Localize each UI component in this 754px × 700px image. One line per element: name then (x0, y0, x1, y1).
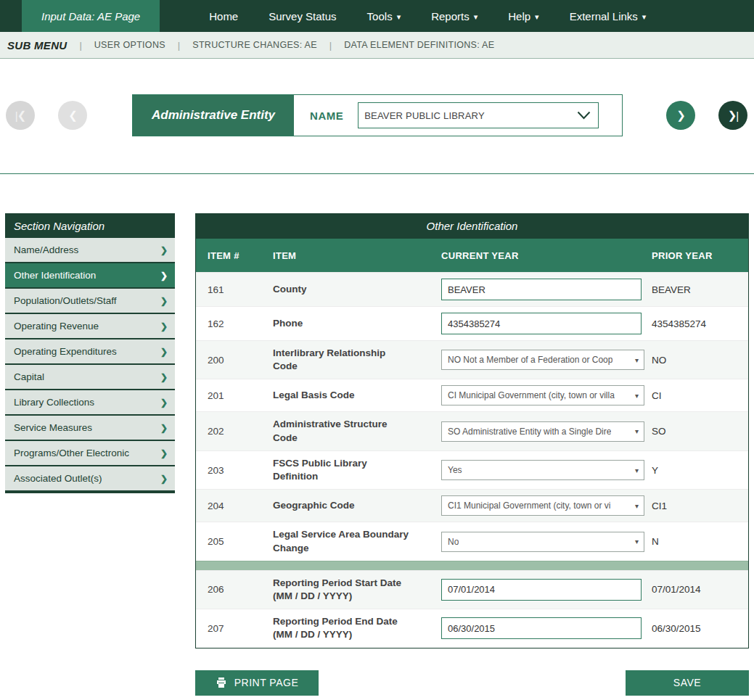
table-header-row: ITEM # ITEM CURRENT YEAR PRIOR YEAR (196, 239, 748, 272)
divider-pipe: | (329, 40, 332, 51)
sidebar-item-operating-expenditures[interactable]: Operating Expenditures ❯ (5, 339, 175, 365)
current-year-input-161[interactable] (441, 279, 642, 300)
print-page-label: PRINT PAGE (234, 677, 299, 688)
sidebar-item-other-identification[interactable]: Other Identification ❯ (5, 263, 175, 289)
sidebar-item-label: Population/Outlets/Staff (14, 295, 117, 306)
table-row: 204 Geographic Code CI1 Municipal Govern… (196, 489, 748, 522)
divider-pipe: | (178, 40, 180, 51)
previous-record-button[interactable]: ❮ (58, 101, 87, 130)
chevron-right-icon: ❯ (160, 448, 168, 458)
dropdown-arrow-icon: ▾ (635, 538, 639, 545)
item-number: 202 (196, 420, 261, 442)
item-label: Geographic Code (261, 493, 430, 518)
prior-year-value: 4354385274 (640, 313, 748, 335)
sidebar-item-operating-revenue[interactable]: Operating Revenue ❯ (5, 314, 175, 339)
prior-year-value: Y (640, 459, 748, 482)
nav-item-survey-status[interactable]: Survey Status (269, 10, 336, 22)
first-record-button[interactable]: |❮ (6, 101, 35, 130)
action-buttons-row: PRINT PAGE SAVE (195, 670, 749, 696)
top-navigation: Input Data: AE Page Home Survey Status T… (0, 0, 754, 32)
table-title: Other Identification (196, 214, 748, 239)
entity-name-value: BEAVER PUBLIC LIBRARY (364, 110, 485, 121)
chevron-right-icon: ❯ (160, 372, 168, 382)
nav-item-reports[interactable]: Reports ▾ (431, 10, 478, 22)
prior-year-value: CI (640, 384, 748, 407)
submenu-item-data-element-definitions[interactable]: DATA ELEMENT DEFINITIONS: AE (344, 40, 494, 50)
last-record-button[interactable]: ❯| (718, 101, 747, 130)
section-navigation: Section Navigation Name/Address ❯ Other … (5, 213, 175, 493)
save-button[interactable]: SAVE (626, 670, 749, 696)
nav-item-external-links[interactable]: External Links ▾ (570, 10, 647, 22)
item-label: Phone (261, 311, 430, 336)
prior-year-value: SO (640, 420, 748, 442)
table-row: 201 Legal Basis Code CI Municipal Govern… (196, 379, 748, 411)
current-year-select-202[interactable]: SO Administrative Entity with a Single D… (441, 421, 644, 442)
column-header-current-year: CURRENT YEAR (430, 250, 640, 261)
first-record-icon: |❮ (15, 109, 25, 122)
chevron-right-icon: ❯ (160, 245, 168, 255)
select-value: Yes (448, 465, 462, 475)
current-year-select-204[interactable]: CI1 Municipal Government (city, town or … (441, 495, 644, 516)
chevron-right-icon: ❯ (160, 271, 168, 281)
item-number: 205 (196, 530, 261, 553)
item-number: 161 (196, 279, 261, 301)
sidebar-item-associated-outlets[interactable]: Associated Outlet(s) ❯ (5, 466, 175, 492)
dropdown-arrow-icon: ▾ (635, 356, 639, 364)
chevron-right-icon: ❯ (160, 398, 168, 408)
horizontal-divider (0, 173, 754, 174)
entity-name-select[interactable]: BEAVER PUBLIC LIBRARY (358, 102, 599, 128)
chevron-right-icon: ❯ (160, 347, 168, 357)
current-year-select-203[interactable]: Yes ▾ (441, 460, 644, 480)
table-row: 203 FSCS Public Library Definition Yes ▾… (196, 450, 748, 489)
chevron-right-icon: ❯ (160, 474, 168, 484)
caret-down-icon: ▾ (474, 13, 478, 21)
column-header-item-number: ITEM # (196, 250, 261, 261)
table-column: Other Identification ITEM # ITEM CURRENT… (195, 213, 749, 696)
submenu-item-user-options[interactable]: USER OPTIONS (94, 40, 165, 50)
caret-down-icon: ▾ (535, 13, 539, 21)
select-value: CI1 Municipal Government (city, town or … (448, 501, 611, 511)
current-year-input-162[interactable] (441, 313, 642, 334)
sub-menu-bar: SUB MENU | USER OPTIONS | STRUCTURE CHAN… (0, 32, 754, 59)
submenu-item-structure-changes[interactable]: STRUCTURE CHANGES: AE (192, 40, 317, 50)
nav-item-tools[interactable]: Tools ▾ (367, 10, 401, 22)
item-label: Interlibrary Relationship Code (261, 341, 430, 379)
sidebar-item-library-collections[interactable]: Library Collections ❯ (5, 390, 175, 416)
next-record-button[interactable]: ❯ (666, 101, 695, 130)
nav-item-home[interactable]: Home (209, 10, 238, 22)
print-page-button[interactable]: PRINT PAGE (195, 670, 319, 696)
sidebar-item-name-address[interactable]: Name/Address ❯ (5, 238, 175, 263)
table-row: 205 Legal Service Area Boundary Change N… (196, 522, 748, 560)
sidebar-item-population-outlets-staff[interactable]: Population/Outlets/Staff ❯ (5, 289, 175, 314)
current-year-select-201[interactable]: CI Municipal Government (city, town or v… (441, 385, 644, 405)
item-label: FSCS Public Library Definition (261, 451, 430, 489)
sidebar-item-service-measures[interactable]: Service Measures ❯ (5, 416, 175, 441)
printer-icon (216, 677, 227, 688)
select-value: NO Not a Member of a Federation or Coop (448, 355, 612, 365)
current-year-select-205[interactable]: No ▾ (441, 532, 644, 552)
chevron-right-icon: ❯ (160, 296, 168, 306)
current-year-select-200[interactable]: NO Not a Member of a Federation or Coop … (441, 350, 644, 370)
current-year-input-206[interactable] (441, 579, 642, 601)
main-content: Section Navigation Name/Address ❯ Other … (5, 213, 749, 696)
item-number: 200 (196, 349, 261, 371)
nav-item-help[interactable]: Help ▾ (508, 10, 538, 22)
chevron-right-icon: ❯ (160, 423, 168, 433)
sidebar-item-capital[interactable]: Capital ❯ (5, 365, 175, 390)
divider-pipe: | (79, 40, 81, 51)
nav-item-label: Tools (367, 10, 393, 22)
nav-item-label: Reports (431, 10, 470, 22)
sidebar-item-programs-other-electronic[interactable]: Programs/Other Electronic ❯ (5, 441, 175, 466)
sub-menu-title: SUB MENU (7, 39, 67, 52)
prior-year-value: CI1 (640, 495, 748, 517)
table-row: 200 Interlibrary Relationship Code NO No… (196, 340, 748, 379)
current-year-input-207[interactable] (441, 617, 642, 639)
item-label: Reporting Period End Date (MM / DD / YYY… (261, 609, 430, 647)
item-number: 201 (196, 384, 261, 407)
caret-down-icon: ▾ (642, 13, 647, 21)
select-value: No (448, 537, 459, 547)
entity-selector-row: |❮ ❮ Administrative Entity NAME BEAVER P… (6, 92, 748, 139)
sidebar-item-label: Operating Expenditures (14, 346, 117, 357)
nav-item-label: Help (508, 10, 530, 22)
prior-year-value: BEAVER (640, 279, 748, 301)
